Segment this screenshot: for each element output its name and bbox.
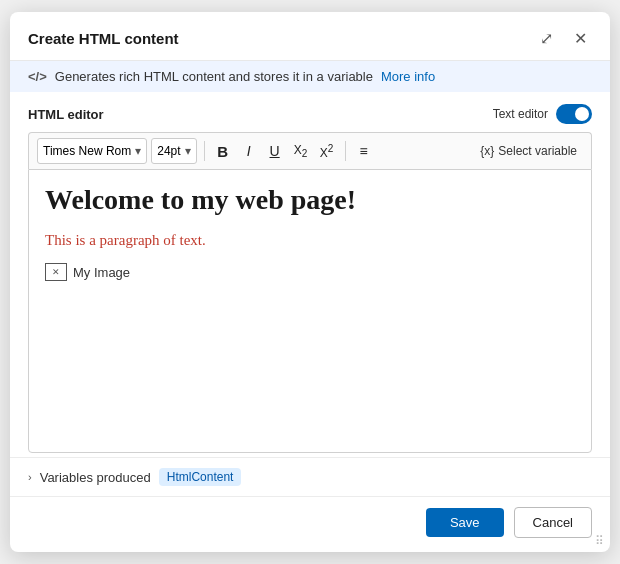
subscript-button[interactable]: X2 <box>290 138 312 164</box>
underline-button[interactable]: U <box>264 138 286 164</box>
close-button[interactable]: ✕ <box>568 26 592 50</box>
variable-icon: {x} <box>480 144 494 158</box>
image-placeholder-icon <box>45 263 67 281</box>
font-family-chevron: ▾ <box>135 144 141 158</box>
font-size-value: 24pt <box>157 144 180 158</box>
text-editor-toggle-switch[interactable] <box>556 104 592 124</box>
font-family-value: Times New Rom <box>43 144 131 158</box>
font-size-dropdown[interactable]: 24pt ▾ <box>151 138 196 164</box>
cancel-button[interactable]: Cancel <box>514 507 592 538</box>
subscript-label: X2 <box>294 143 308 159</box>
font-size-chevron: ▾ <box>185 144 191 158</box>
select-variable-button[interactable]: {x} Select variable <box>474 142 583 160</box>
variables-produced-label: Variables produced <box>40 470 151 485</box>
italic-button[interactable]: I <box>238 138 260 164</box>
font-family-dropdown[interactable]: Times New Rom ▾ <box>37 138 147 164</box>
resize-handle: ⠿ <box>595 534 604 548</box>
toolbar-separator-1 <box>204 141 205 161</box>
editor-paragraph: This is a paragraph of text. <box>45 232 575 249</box>
close-icon: ✕ <box>574 29 587 48</box>
text-editor-label: Text editor <box>493 107 548 121</box>
editor-label-row: HTML editor Text editor <box>28 104 592 124</box>
html-content-badge: HtmlContent <box>159 468 242 486</box>
expand-button[interactable]: ⤢ <box>534 26 558 50</box>
bold-button[interactable]: B <box>212 138 234 164</box>
align-button[interactable]: ≡ <box>353 138 375 164</box>
toolbar-separator-2 <box>345 141 346 161</box>
editor-content-area[interactable]: Welcome to my web page! This is a paragr… <box>28 169 592 453</box>
expand-icon: ⤢ <box>540 29 553 48</box>
info-bar-text: Generates rich HTML content and stores i… <box>55 69 373 84</box>
variables-row[interactable]: › Variables produced HtmlContent <box>10 457 610 496</box>
toggle-knob <box>575 107 589 121</box>
info-bar: </> Generates rich HTML content and stor… <box>10 61 610 92</box>
image-label: My Image <box>73 265 130 280</box>
more-info-link[interactable]: More info <box>381 69 435 84</box>
html-editor-label: HTML editor <box>28 107 104 122</box>
dialog-header: Create HTML content ⤢ ✕ <box>10 12 610 61</box>
save-button[interactable]: Save <box>426 508 504 537</box>
dialog-title: Create HTML content <box>28 30 179 47</box>
select-variable-label: Select variable <box>498 144 577 158</box>
editor-image-row: My Image <box>45 263 575 281</box>
editor-section: HTML editor Text editor Times New Rom ▾ … <box>10 92 610 453</box>
superscript-label: X2 <box>320 143 334 160</box>
code-icon: </> <box>28 69 47 84</box>
variables-chevron-icon: › <box>28 471 32 483</box>
header-icons: ⤢ ✕ <box>534 26 592 50</box>
text-editor-toggle-row: Text editor <box>493 104 592 124</box>
dialog-footer: Save Cancel <box>10 496 610 552</box>
superscript-button[interactable]: X2 <box>316 138 338 164</box>
create-html-content-dialog: Create HTML content ⤢ ✕ </> Generates ri… <box>10 12 610 552</box>
editor-toolbar: Times New Rom ▾ 24pt ▾ B I U X2 X2 ≡ {x}… <box>28 132 592 169</box>
editor-heading: Welcome to my web page! <box>45 184 575 216</box>
